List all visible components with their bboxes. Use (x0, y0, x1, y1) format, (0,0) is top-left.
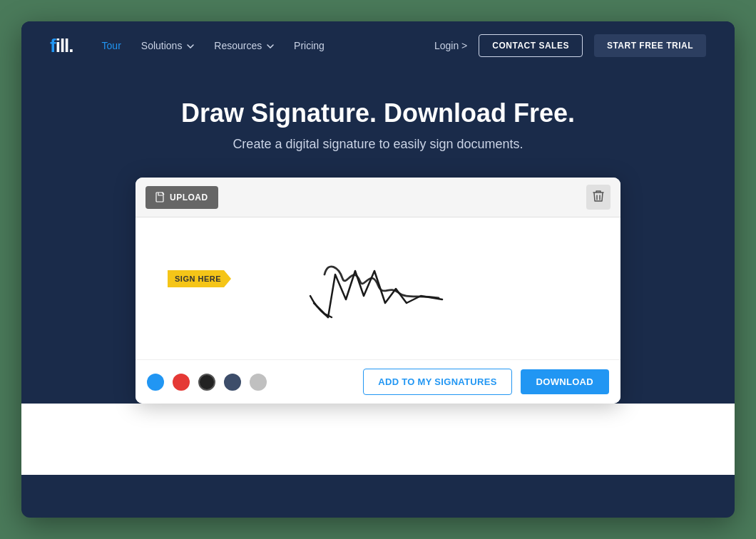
logo[interactable]: fill. (50, 35, 73, 57)
trash-button[interactable] (586, 185, 611, 210)
nav-tour[interactable]: Tour (102, 40, 121, 51)
color-dot-black[interactable] (198, 374, 215, 391)
nav-links: Tour Solutions Resources Pricing (102, 40, 434, 51)
bottom-section (21, 404, 735, 475)
nav-solutions[interactable]: Solutions (141, 40, 194, 51)
sign-here-badge: SIGN HERE (168, 270, 231, 287)
hero-title: Draw Signature. Download Free. (36, 98, 720, 128)
trash-icon (593, 190, 604, 202)
hero-section: Draw Signature. Download Free. Create a … (21, 70, 735, 404)
card-toolbar: UPLOAD (136, 178, 620, 217)
download-button[interactable]: DOWNLOAD (521, 369, 609, 394)
nav-right: Login > CONTACT SALES START FREE TRIAL (434, 34, 706, 57)
login-link[interactable]: Login > (434, 40, 467, 51)
signature-area[interactable] (136, 217, 620, 360)
nav-resources[interactable]: Resources (214, 40, 274, 51)
color-dot-gray[interactable] (250, 374, 267, 391)
color-dot-red[interactable] (173, 374, 190, 391)
upload-icon (155, 192, 165, 203)
color-dot-dark-blue[interactable] (224, 374, 241, 391)
color-selector (147, 374, 267, 391)
footer-buttons: ADD TO MY SIGNATURES DOWNLOAD (363, 369, 609, 395)
contact-sales-button[interactable]: CONTACT SALES (479, 34, 583, 57)
svg-rect-0 (156, 192, 163, 202)
card-wrapper: SIGN HERE UPLOAD (36, 178, 720, 404)
start-trial-button[interactable]: START FREE TRIAL (594, 34, 706, 57)
card-footer: ADD TO MY SIGNATURES DOWNLOAD (136, 360, 620, 404)
signature-drawing (271, 232, 485, 346)
navbar: fill. Tour Solutions Resources Pricing L… (21, 21, 735, 70)
upload-button[interactable]: UPLOAD (145, 186, 218, 209)
signature-card: UPLOAD (136, 178, 620, 404)
add-to-signatures-button[interactable]: ADD TO MY SIGNATURES (363, 369, 511, 395)
nav-pricing[interactable]: Pricing (294, 40, 325, 51)
color-dot-blue[interactable] (147, 374, 164, 391)
hero-subtitle: Create a digital signature to easily sig… (36, 137, 720, 152)
